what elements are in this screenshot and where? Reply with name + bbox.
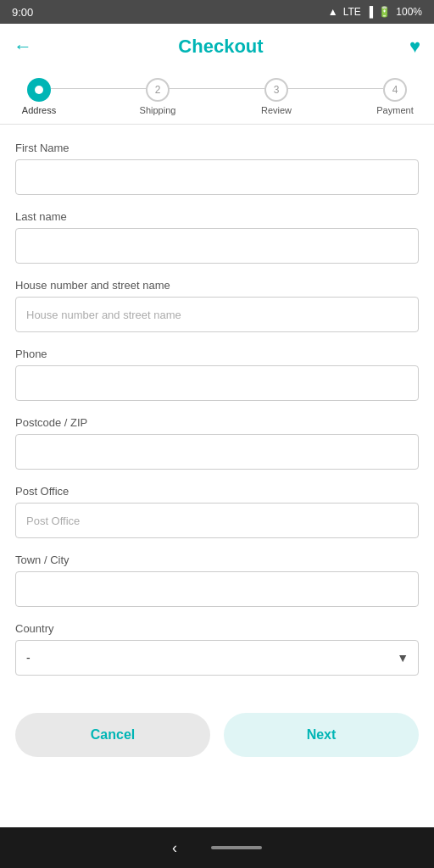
step-address: Address xyxy=(14,78,64,115)
street-input[interactable] xyxy=(15,297,419,332)
phone-group: Phone xyxy=(15,348,419,401)
cancel-button[interactable]: Cancel xyxy=(15,713,210,757)
page-title: Checkout xyxy=(178,36,263,58)
postcode-label: Postcode / ZIP xyxy=(15,416,419,429)
checkout-form: First Name Last name House number and st… xyxy=(0,125,434,699)
step-shipping: 2 Shipping xyxy=(132,78,183,115)
country-select[interactable]: - xyxy=(15,640,419,676)
header: ← Checkout ♥ xyxy=(0,24,434,70)
step-label-1: Address xyxy=(22,105,56,115)
town-group: Town / City xyxy=(15,554,419,607)
step-circle-4: 4 xyxy=(383,78,407,102)
status-icons: ▲ LTE ▐ 🔋 100% xyxy=(328,6,422,18)
step-label-2: Shipping xyxy=(140,105,176,115)
first-name-group: First Name xyxy=(15,142,419,195)
phone-label: Phone xyxy=(15,348,419,360)
step-circle-3: 3 xyxy=(264,78,288,102)
progress-line xyxy=(51,88,383,89)
step-payment: 4 Payment xyxy=(370,78,420,115)
battery-icon: 🔋 xyxy=(378,6,391,18)
phone-input[interactable] xyxy=(15,365,419,401)
step-circle-1 xyxy=(27,78,51,102)
town-input[interactable] xyxy=(15,571,419,607)
post-office-group: Post Office xyxy=(15,485,419,538)
step-review: 3 Review xyxy=(251,78,302,115)
back-button[interactable]: ← xyxy=(14,36,32,58)
status-time: 9:00 xyxy=(12,6,33,19)
step-label-3: Review xyxy=(261,105,292,115)
nav-home-bar xyxy=(211,846,262,849)
battery-label: 100% xyxy=(396,6,422,18)
post-office-label: Post Office xyxy=(15,485,419,498)
street-label: House number and street name xyxy=(15,279,419,292)
nav-back-button[interactable]: ‹ xyxy=(172,839,177,857)
status-bar: 9:00 ▲ LTE ▐ 🔋 100% xyxy=(0,0,434,24)
lte-label: LTE xyxy=(343,6,361,18)
country-label: Country xyxy=(15,622,419,635)
wishlist-icon[interactable]: ♥ xyxy=(409,36,420,58)
last-name-label: Last name xyxy=(15,210,419,223)
last-name-input[interactable] xyxy=(15,228,419,264)
step-label-4: Payment xyxy=(376,105,413,115)
signal-icon: ▐ xyxy=(366,6,374,18)
progress-steps: Address 2 Shipping 3 Review 4 Payment xyxy=(0,70,434,125)
first-name-label: First Name xyxy=(15,142,419,154)
street-group: House number and street name xyxy=(15,279,419,332)
wifi-icon: ▲ xyxy=(328,6,338,18)
last-name-group: Last name xyxy=(15,210,419,264)
town-label: Town / City xyxy=(15,554,419,566)
button-row: Cancel Next xyxy=(0,699,434,774)
next-button[interactable]: Next xyxy=(224,713,419,757)
country-group: Country - ▼ xyxy=(15,622,419,676)
nav-bar: ‹ xyxy=(0,827,434,868)
step-circle-2: 2 xyxy=(146,78,170,102)
postcode-group: Postcode / ZIP xyxy=(15,416,419,470)
country-select-wrapper: - ▼ xyxy=(15,640,419,676)
first-name-input[interactable] xyxy=(15,159,419,195)
postcode-input[interactable] xyxy=(15,434,419,470)
post-office-input[interactable] xyxy=(15,503,419,538)
